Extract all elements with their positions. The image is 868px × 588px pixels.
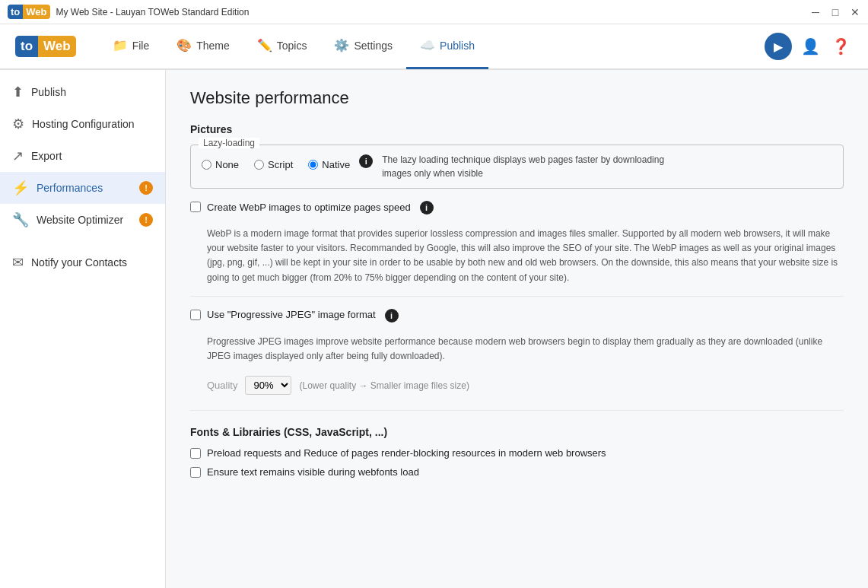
quality-label: Quality [207,380,237,391]
sidebar: ⬆ Publish ⚙ Hosting Configuration ↗ Expo… [0,70,166,588]
preload-checkbox-row[interactable]: Preload requests and Reduce of pages ren… [190,447,844,459]
sidebar-optimizer-label: Website Optimizer [37,214,123,226]
pictures-section: Pictures Lazy-loading None Script Native [190,123,844,395]
close-button[interactable]: ✕ [850,7,860,17]
lazy-loading-fieldset: Lazy-loading None Script Native i [190,145,844,189]
nav-file-label: File [132,40,150,52]
titlebar: to Web My Web Site - Lauyan TOWeb Standa… [0,0,868,24]
page-title: Website performance [190,88,844,108]
radio-script-label: Script [268,159,293,170]
sidebar-item-export[interactable]: ↗ Export [0,140,165,172]
radio-none-input[interactable] [202,160,211,170]
maximize-button[interactable]: □ [830,7,841,17]
radio-script[interactable]: Script [254,159,293,170]
jpeg-info-icon[interactable]: i [385,309,399,323]
titlebar-left: to Web My Web Site - Lauyan TOWeb Standa… [8,5,249,19]
sidebar-item-optimizer[interactable]: 🔧 Website Optimizer ! [0,204,165,236]
webp-info-icon[interactable]: i [420,201,434,215]
topnav: to Web 📁 File 🎨 Theme ✏️ Topics ⚙️ Setti… [0,24,868,70]
lazy-loading-row: None Script Native i The lazy loading te… [202,153,832,180]
radio-native-input[interactable] [308,160,318,170]
optimizer-icon: 🔧 [12,211,29,228]
jpeg-checkbox-row[interactable]: Use "Progressive JPEG" image format i [190,307,844,323]
divider-1 [190,296,844,297]
sidebar-item-notify[interactable]: ✉ Notify your Contacts [0,246,165,278]
titlebar-logo: to Web [8,5,50,19]
preload-checkbox[interactable] [190,448,201,459]
optimizer-badge: ! [139,213,153,227]
fonts-title: Fonts & Librairies (CSS, JavaScript, ...… [190,426,844,438]
webfonts-checkbox[interactable] [190,467,201,478]
jpeg-checkbox[interactable] [190,310,201,320]
radio-script-input[interactable] [254,160,264,170]
nav-theme[interactable]: 🎨 Theme [163,24,243,69]
webfonts-checkbox-row[interactable]: Ensure text remains visible during webfo… [190,466,844,478]
sidebar-hosting-label: Hosting Configuration [32,118,135,130]
sidebar-item-hosting[interactable]: ⚙ Hosting Configuration [0,108,165,140]
radio-none[interactable]: None [202,159,239,170]
settings-icon: ⚙️ [334,38,349,52]
nav-settings-label: Settings [354,40,393,52]
quality-row: Quality 90% 80% 70% 60% (Lower quality →… [190,371,844,395]
webp-description: WebP is a modern image format that provi… [190,222,844,285]
radio-native[interactable]: Native [308,159,350,170]
sidebar-export-label: Export [31,150,62,162]
webp-checkbox[interactable] [190,202,201,212]
pictures-title: Pictures [190,123,844,135]
fonts-section: Fonts & Librairies (CSS, JavaScript, ...… [190,426,844,478]
topics-icon: ✏️ [257,38,272,52]
lazy-loading-info-icon[interactable]: i [359,154,373,168]
performances-badge: ! [139,181,153,195]
lazy-loading-info-text: The lazy loading technique displays web … [382,153,671,180]
preload-label: Preload requests and Reduce of pages ren… [207,447,606,459]
jpeg-description: Progressive JPEG images improve website … [190,330,844,364]
quality-hint: (Lower quality → Smaller image files siz… [299,380,469,391]
hosting-icon: ⚙ [12,116,24,132]
logo-to: to [8,5,23,19]
webfonts-label: Ensure text remains visible during webfo… [207,466,419,478]
notify-icon: ✉ [12,254,24,271]
minimize-button[interactable]: ─ [810,7,821,17]
play-button[interactable]: ▶ [765,33,792,60]
publish-sidebar-icon: ⬆ [12,84,24,100]
window-title: My Web Site - Lauyan TOWeb Standard Edit… [56,7,250,17]
nav-theme-label: Theme [196,40,230,52]
nav-settings[interactable]: ⚙️ Settings [320,24,406,69]
file-icon: 📁 [113,38,128,52]
quality-select[interactable]: 90% 80% 70% 60% [245,376,291,395]
performances-icon: ⚡ [12,180,29,196]
webp-checkbox-row[interactable]: Create WebP images to optimize pages spe… [190,199,844,215]
titlebar-controls: ─ □ ✕ [810,7,860,17]
main-content: Website performance Pictures Lazy-loadin… [166,70,868,588]
export-icon: ↗ [12,148,24,164]
sidebar-notify-label: Notify your Contacts [31,256,127,269]
sidebar-item-performances[interactable]: ⚡ Performances ! [0,172,165,204]
nav-publish-label: Publish [440,40,475,52]
user-button[interactable]: 👤 [798,34,822,59]
nav-topics[interactable]: ✏️ Topics [243,24,321,69]
app-logo: to Web [15,36,76,57]
layout: ⬆ Publish ⚙ Hosting Configuration ↗ Expo… [0,70,868,588]
radio-none-label: None [215,159,239,170]
logo-to-large: to [15,36,38,57]
logo-web-large: Web [38,36,76,57]
sidebar-publish-label: Publish [31,86,66,98]
topnav-right: ▶ 👤 ❓ [765,33,853,60]
sidebar-item-publish[interactable]: ⬆ Publish [0,76,165,108]
nav-topics-label: Topics [277,40,307,52]
sidebar-performances-label: Performances [37,182,103,194]
help-button[interactable]: ❓ [828,34,853,59]
theme-icon: 🎨 [176,38,192,52]
publish-icon: ☁️ [420,38,435,52]
logo-web: Web [23,5,49,19]
webp-label: Create WebP images to optimize pages spe… [207,202,411,213]
divider-2 [190,410,844,411]
radio-group: None Script Native [202,159,350,170]
nav-publish[interactable]: ☁️ Publish [406,24,488,69]
nav-file[interactable]: 📁 File [99,24,164,69]
radio-native-label: Native [322,159,350,170]
lazy-loading-legend: Lazy-loading [199,138,259,148]
jpeg-label: Use "Progressive JPEG" image format [207,309,376,320]
